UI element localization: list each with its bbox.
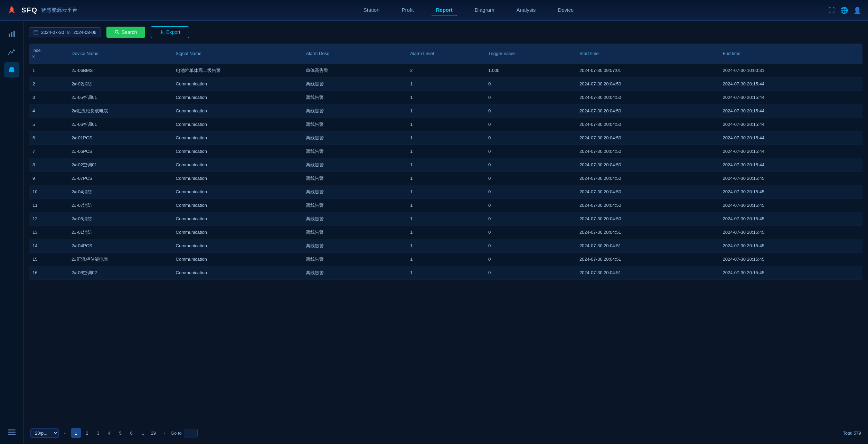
cell-end: 2024-07-30 10:00:31 xyxy=(719,64,862,77)
cell-start: 2024-07-30 20:04:50 xyxy=(576,118,719,131)
goto-area: Go to xyxy=(171,429,198,437)
page-4-button[interactable]: 4 xyxy=(104,428,114,438)
cell-trigger: 0 xyxy=(485,239,576,252)
cell-end: 2024-07-30 20:15:45 xyxy=(719,266,862,279)
filter-bar: 2024-07-30 to 2024-08-06 Search Export xyxy=(29,26,862,38)
app-layout: 2024-07-30 to 2024-08-06 Search Export xyxy=(0,21,868,444)
page-29-button[interactable]: 29 xyxy=(149,428,158,438)
date-to[interactable]: 2024-08-06 xyxy=(73,30,96,35)
page-size-select[interactable]: 20/p... 50/p... 100/p... xyxy=(30,428,59,438)
cell-start: 2024-07-30 20:04:50 xyxy=(576,145,719,158)
cell-device: 2#-07PCS xyxy=(68,172,172,185)
nav-profit[interactable]: Profit xyxy=(397,4,418,16)
cell-alarm-desc: 离线告警 xyxy=(302,158,407,172)
cell-alarm-desc: 离线告警 xyxy=(302,185,407,198)
cell-index: 14 xyxy=(29,239,68,252)
pagination-right: Total 579 xyxy=(843,431,861,436)
cell-start: 2024-07-30 20:04:50 xyxy=(576,91,719,104)
goto-input[interactable] xyxy=(184,429,198,437)
cell-alarm-level: 1 xyxy=(407,77,485,91)
sidebar-item-chart2[interactable] xyxy=(4,44,19,59)
cell-trigger: 0 xyxy=(485,118,576,131)
svg-rect-9 xyxy=(11,73,12,73)
cell-start: 2024-07-30 20:04:50 xyxy=(576,131,719,145)
main-content: 2024-07-30 to 2024-08-06 Search Export xyxy=(23,21,868,444)
cell-alarm-desc: 离线告警 xyxy=(302,212,407,225)
table-row: 6 2#-01PCS Communication 离线告警 1 0 2024-0… xyxy=(29,131,862,145)
svg-rect-12 xyxy=(8,434,16,435)
table-row: 7 2#-06PCS Communication 离线告警 1 0 2024-0… xyxy=(29,145,862,158)
cell-index: 3 xyxy=(29,91,68,104)
prev-page-button[interactable]: ‹ xyxy=(60,428,70,438)
cell-signal: Communication xyxy=(172,266,303,279)
cell-start: 2024-07-30 20:04:50 xyxy=(576,198,719,212)
cell-end: 2024-07-30 20:15:44 xyxy=(719,118,862,131)
cell-end: 2024-07-30 20:15:44 xyxy=(719,104,862,118)
user-icon[interactable]: 👤 xyxy=(853,7,861,14)
total-label: Total 579 xyxy=(843,431,861,436)
cell-index: 2 xyxy=(29,77,68,91)
cell-device: 2#-06空调02 xyxy=(68,266,172,279)
col-header-index: Index xyxy=(29,44,68,64)
cell-alarm-level: 1 xyxy=(407,104,485,118)
fullscreen-icon[interactable]: ⛶ xyxy=(829,7,835,14)
cell-start: 2024-07-30 20:04:50 xyxy=(576,172,719,185)
svg-rect-11 xyxy=(8,432,16,433)
sidebar-item-menu[interactable] xyxy=(4,425,19,440)
table-row: 4 2#汇流柜负载电表 Communication 离线告警 1 0 2024-… xyxy=(29,104,862,118)
nav-analysis[interactable]: Analysis xyxy=(512,4,540,16)
cell-alarm-desc: 离线告警 xyxy=(302,145,407,158)
cell-trigger: 0 xyxy=(485,104,576,118)
nav-report[interactable]: Report xyxy=(432,4,456,16)
cell-trigger: 0 xyxy=(485,77,576,91)
page-1-button[interactable]: 1 xyxy=(71,428,81,438)
page-3-button[interactable]: 3 xyxy=(93,428,103,438)
cell-start: 2024-07-30 20:04:51 xyxy=(576,266,719,279)
date-from[interactable]: 2024-07-30 xyxy=(41,30,64,35)
cell-end: 2024-07-30 20:15:44 xyxy=(719,145,862,158)
cell-trigger: 0 xyxy=(485,131,576,145)
cell-signal: Communication xyxy=(172,131,303,145)
cell-trigger: 0 xyxy=(485,145,576,158)
pagination-left: 20/p... 50/p... 100/p... ‹ 1 2 3 4 5 6 .… xyxy=(30,428,198,438)
page-6-button[interactable]: 6 xyxy=(126,428,136,438)
table-row: 1 2#-06BMS 电池堆单体高二级告警 单体高告警 2 1.000 2024… xyxy=(29,64,862,77)
cell-end: 2024-07-30 20:15:44 xyxy=(719,77,862,91)
cell-alarm-level: 1 xyxy=(407,145,485,158)
data-table: Index Device Name Signal Name Alarm Desc… xyxy=(29,44,862,280)
cell-index: 15 xyxy=(29,252,68,266)
cell-signal: Communication xyxy=(172,239,303,252)
globe-icon[interactable]: 🌐 xyxy=(840,7,848,14)
svg-point-7 xyxy=(11,53,12,54)
nav-diagram[interactable]: Diagram xyxy=(471,4,499,16)
table-row: 15 2#汇流柜储能电表 Communication 离线告警 1 0 2024… xyxy=(29,252,862,266)
nav-station[interactable]: Station xyxy=(359,4,384,16)
cell-alarm-desc: 离线告警 xyxy=(302,131,407,145)
cell-alarm-level: 2 xyxy=(407,64,485,77)
cell-device: 2#汇流柜储能电表 xyxy=(68,252,172,266)
sidebar-item-alarm[interactable] xyxy=(4,62,19,77)
page-2-button[interactable]: 2 xyxy=(82,428,92,438)
date-range-picker[interactable]: 2024-07-30 to 2024-08-06 xyxy=(29,27,101,37)
cell-device: 2#-05空调01 xyxy=(68,91,172,104)
cell-trigger: 1.000 xyxy=(485,64,576,77)
sidebar-item-chart1[interactable] xyxy=(4,26,19,41)
cell-alarm-level: 1 xyxy=(407,118,485,131)
cell-index: 11 xyxy=(29,198,68,212)
cell-start: 2024-07-30 20:04:51 xyxy=(576,239,719,252)
table-row: 10 2#-04消防 Communication 离线告警 1 0 2024-0… xyxy=(29,185,862,198)
table-row: 2 2#-02消防 Communication 离线告警 1 0 2024-07… xyxy=(29,77,862,91)
svg-point-6 xyxy=(10,51,11,52)
cell-device: 2#-06空调01 xyxy=(68,118,172,131)
next-page-button[interactable]: › xyxy=(160,428,169,438)
nav-device[interactable]: Device xyxy=(554,4,578,16)
export-button[interactable]: Export xyxy=(151,26,189,38)
cell-end: 2024-07-30 20:15:45 xyxy=(719,172,862,185)
table-row: 11 2#-07消防 Communication 离线告警 1 0 2024-0… xyxy=(29,198,862,212)
page-5-button[interactable]: 5 xyxy=(115,428,125,438)
col-header-alarm-desc: Alarm Desc xyxy=(302,44,407,64)
cell-index: 13 xyxy=(29,225,68,239)
cell-alarm-level: 1 xyxy=(407,131,485,145)
cell-alarm-desc: 离线告警 xyxy=(302,118,407,131)
search-button[interactable]: Search xyxy=(106,27,145,38)
